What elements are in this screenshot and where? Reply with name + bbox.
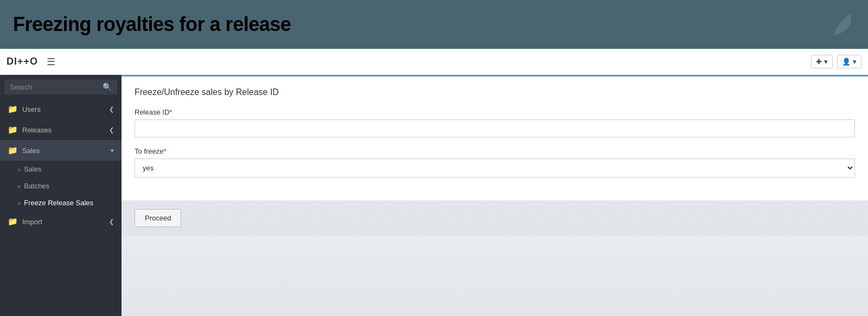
main-layout: 🔍 📁 Users ❮ 📁 Releases ❮ 📁 Sales ▾ » Sal… <box>0 75 868 316</box>
sidebar-sub-item-batches[interactable]: » Batches <box>0 178 122 194</box>
sidebar-sub-item-freeze-release-sales[interactable]: » Freeze Release Sales <box>0 194 122 211</box>
sidebar-item-releases[interactable]: 📁 Releases ❮ <box>0 119 122 140</box>
user-icon: 👤 <box>842 58 851 66</box>
top-nav-right: ✚ ▾ 👤 ▾ <box>811 55 861 68</box>
folder-icon: 📁 <box>8 104 18 114</box>
to-freeze-group: To freeze* yes no <box>135 147 855 178</box>
double-arrow-icon: » <box>17 200 21 206</box>
proceed-section: Proceed <box>122 200 868 236</box>
sidebar-sub-item-freeze-label: Freeze Release Sales <box>24 199 93 207</box>
user-menu-button[interactable]: 👤 ▾ <box>837 55 861 68</box>
chevron-icon: ❮ <box>109 106 114 113</box>
sidebar-item-users[interactable]: 📁 Users ❮ <box>0 99 122 119</box>
sidebar-item-import[interactable]: 📁 Import ❮ <box>0 211 122 232</box>
chevron-down-icon: ▾ <box>111 147 114 154</box>
sidebar-sub-item-batches-label: Batches <box>24 182 49 190</box>
sidebar-sub-item-sales[interactable]: » Sales <box>0 161 122 178</box>
search-icon: 🔍 <box>103 83 112 91</box>
hamburger-menu-icon[interactable]: ☰ <box>47 56 55 68</box>
user-chevron: ▾ <box>853 58 857 66</box>
top-navbar: DI++O ☰ ✚ ▾ 👤 ▾ <box>0 49 868 75</box>
header-banner: Freezing royalties for a release <box>0 0 868 49</box>
content-inner: Freeze/Unfreeze sales by Release ID Rele… <box>122 75 868 200</box>
ditto-logo: DI++O <box>7 56 38 67</box>
form-section: Freeze/Unfreeze sales by Release ID Rele… <box>122 77 868 200</box>
chevron-icon: ❮ <box>109 218 114 225</box>
required-marker: * <box>169 108 172 116</box>
required-marker: * <box>163 147 166 155</box>
folder-icon: 📁 <box>8 217 18 226</box>
sidebar: 🔍 📁 Users ❮ 📁 Releases ❮ 📁 Sales ▾ » Sal… <box>0 75 122 316</box>
double-arrow-icon: » <box>17 183 21 189</box>
sidebar-item-users-label: Users <box>22 105 105 113</box>
release-id-label: Release ID* <box>135 108 855 116</box>
content-background <box>122 236 868 316</box>
add-button[interactable]: ✚ ▾ <box>811 55 833 68</box>
ditto-leaf-logo <box>829 11 855 37</box>
plus-icon: ✚ <box>816 58 822 66</box>
top-nav-left: DI++O ☰ <box>7 56 55 68</box>
sidebar-item-sales[interactable]: 📁 Sales ▾ <box>0 140 122 161</box>
content-area: Freeze/Unfreeze sales by Release ID Rele… <box>122 75 868 316</box>
sidebar-sub-item-sales-label: Sales <box>24 165 42 173</box>
release-id-group: Release ID* <box>135 108 855 137</box>
search-input[interactable] <box>10 83 103 91</box>
sidebar-item-import-label: Import <box>22 218 105 226</box>
release-id-input[interactable] <box>135 119 855 137</box>
proceed-button[interactable]: Proceed <box>135 209 181 227</box>
add-btn-chevron: ▾ <box>824 58 828 66</box>
sidebar-item-releases-label: Releases <box>22 126 105 134</box>
folder-icon: 📁 <box>8 125 18 135</box>
page-title: Freezing royalties for a release <box>13 13 291 36</box>
search-bar[interactable]: 🔍 <box>4 79 117 94</box>
to-freeze-label: To freeze* <box>135 147 855 155</box>
to-freeze-select[interactable]: yes no <box>135 159 855 178</box>
chevron-icon: ❮ <box>109 127 114 134</box>
sidebar-item-sales-label: Sales <box>22 147 106 155</box>
folder-icon: 📁 <box>8 146 18 155</box>
form-title: Freeze/Unfreeze sales by Release ID <box>135 87 855 97</box>
double-arrow-icon: » <box>17 166 21 173</box>
